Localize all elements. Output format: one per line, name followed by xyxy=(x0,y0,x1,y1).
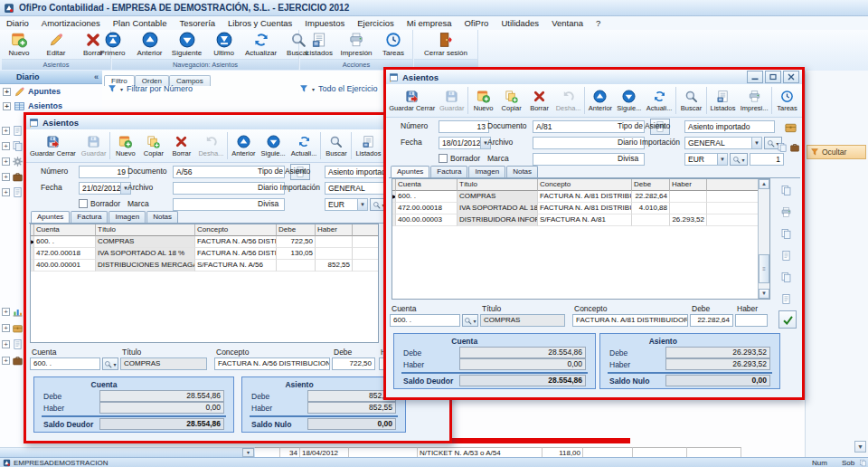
numero-field[interactable]: 19 xyxy=(79,166,129,178)
side-field-icon-2[interactable] xyxy=(789,138,800,155)
toolbar-button-actuali[interactable]: Actuali... xyxy=(644,84,675,117)
menu-item-plan-contable[interactable]: Plan Contable xyxy=(107,17,174,29)
expand-icon[interactable]: + xyxy=(2,308,10,316)
tab-apuntes[interactable]: Apuntes xyxy=(31,211,70,223)
scrollbar-down-arrow[interactable]: ▼ xyxy=(854,441,866,453)
divisa-search-button[interactable]: ▾ xyxy=(730,153,748,166)
divisa-extra-field[interactable]: 1 xyxy=(750,153,784,166)
divisa-field[interactable]: EUR▼ xyxy=(325,198,368,211)
scrollbar-up-arrow[interactable]: ▲ xyxy=(759,179,769,189)
edit-cuenta-field[interactable]: 600. . xyxy=(30,357,100,370)
sidebar-strip-case-icon[interactable]: + xyxy=(2,355,24,367)
divisa-field[interactable]: EUR▼ xyxy=(684,153,728,166)
toolbar-button-listados[interactable]: Listados xyxy=(708,84,738,117)
restore-button[interactable] xyxy=(765,71,781,83)
table-row[interactable]: 400.00.00003DISTRIBUIDORA INFORMATIS/FAC… xyxy=(392,214,758,226)
side-action-print-icon[interactable] xyxy=(780,204,792,220)
tab-notas[interactable]: Notas xyxy=(146,211,178,223)
menu-item-ventana[interactable]: Ventana xyxy=(545,17,590,29)
tipo-asiento-field[interactable]: Asiento importado xyxy=(684,120,775,133)
tab-factura[interactable]: Factura xyxy=(71,211,108,223)
side-action-sheets2-icon[interactable] xyxy=(780,225,792,242)
table-row[interactable]: ▶600. .COMPRASFACTURA N. A/56 DISTRIBUCI… xyxy=(31,236,378,248)
ribbon-button-editar[interactable]: Editar xyxy=(39,31,73,58)
ribbon-button-cerrar-sesi-n[interactable]: Cerrar sesión xyxy=(421,31,470,58)
toolbar-button-anterior[interactable]: Anterior xyxy=(229,129,258,162)
expand-icon[interactable]: + xyxy=(3,88,11,96)
expand-icon[interactable]: + xyxy=(2,157,10,166)
side-action-sheet-icon[interactable] xyxy=(780,291,792,307)
side-action-sheets2-icon[interactable] xyxy=(780,269,792,285)
menu-item-utilidades[interactable]: Utilidades xyxy=(495,17,545,29)
side-action-sheets2-icon[interactable] xyxy=(780,182,792,198)
confirm-apunte-button[interactable] xyxy=(778,310,797,329)
window-titlebar[interactable]: Asientos xyxy=(386,70,802,85)
sidebar-strip-gear-icon[interactable]: + xyxy=(2,156,24,167)
collapse-chevron-icon[interactable]: « xyxy=(94,71,99,83)
table-row[interactable]: 472.00.00018IVA SOPORTADO AL 18 %FACTURA… xyxy=(392,203,758,214)
menu-item-impuestos[interactable]: Impuestos xyxy=(298,17,351,29)
tab-imagen[interactable]: Imagen xyxy=(108,211,146,223)
ribbon-button-impresi-n[interactable]: Impresión xyxy=(339,31,373,58)
ribbon-button-siguiente[interactable]: Siguiente xyxy=(170,31,204,58)
expand-icon[interactable]: + xyxy=(2,188,10,196)
numero-field[interactable]: 13 xyxy=(439,120,489,133)
toolbar-button-nuevo[interactable]: Nuevo xyxy=(111,129,139,162)
expand-icon[interactable]: + xyxy=(2,142,10,150)
toolbar-button-buscar[interactable]: Buscar xyxy=(677,84,705,117)
expand-icon[interactable]: + xyxy=(2,324,10,332)
grid-scrollbar[interactable]: ▲ ≡ ▼ xyxy=(758,179,769,299)
fecha-field[interactable]: 21/02/2012▼ xyxy=(79,182,131,195)
fecha-field[interactable]: 18/01/2012▼ xyxy=(439,137,491,149)
toolbar-button-guardar-cerrar[interactable]: Guardar Cerrar xyxy=(27,129,79,162)
expand-icon[interactable]: + xyxy=(3,102,11,110)
side-field-icon-1[interactable] xyxy=(777,138,788,155)
menu-item-ofipro[interactable]: OfiPro xyxy=(458,17,495,29)
menu-item-diario[interactable]: Diario xyxy=(0,17,35,29)
sidebar-item-asientos[interactable]: +Asientos xyxy=(0,99,102,113)
ribbon-button-nuevo[interactable]: Nuevo xyxy=(2,31,36,58)
apuntes-grid[interactable]: CuentaTítuloConceptoDebeHaber▶600. .COMP… xyxy=(392,178,770,300)
toolbar-button-tareas[interactable]: Tareas xyxy=(773,84,801,117)
tab-factura[interactable]: Factura xyxy=(430,166,467,177)
borrador-checkbox[interactable] xyxy=(79,199,88,208)
menu-item-tesorer-a[interactable]: Tesorería xyxy=(173,17,222,29)
chevron-down-icon[interactable]: ▼ xyxy=(717,154,727,165)
chevron-down-icon[interactable]: ▼ xyxy=(751,138,761,148)
app-titlebar[interactable]: OfiPro Contabilidad - EMPRESA DE DEMOSTR… xyxy=(0,0,868,16)
scrollbar-down-arrow[interactable]: ▼ xyxy=(759,289,769,299)
toolbar-button-copiar[interactable]: Copiar xyxy=(497,84,525,117)
ribbon-button-listados[interactable]: Listados xyxy=(302,31,336,58)
ribbon-button-tareas[interactable]: Tareas xyxy=(376,31,410,58)
ribbon-button-actualizar[interactable]: Actualizar xyxy=(244,31,278,58)
expand-icon[interactable]: + xyxy=(2,357,10,365)
expand-icon[interactable]: + xyxy=(2,173,10,181)
filter-by-number[interactable]: ▾ Filtrar por Número xyxy=(108,84,193,93)
toolbar-button-nuevo[interactable]: Nuevo xyxy=(469,84,497,117)
sidebar-item-apuntes[interactable]: +Apuntes xyxy=(0,84,102,99)
ribbon-button-primero[interactable]: Primero xyxy=(96,31,130,58)
sidebar-strip-chart-icon[interactable]: + xyxy=(2,306,24,318)
cuenta-search-button[interactable]: ▾ xyxy=(462,314,478,327)
toolbar-button-buscar[interactable]: Buscar xyxy=(322,129,350,162)
sidebar-strip-sheet-icon[interactable]: + xyxy=(2,125,24,137)
sidebar-strip-chest-icon[interactable]: + xyxy=(2,322,24,334)
borrador-checkbox[interactable] xyxy=(439,154,448,163)
toolbar-button-borrar[interactable]: Borrar xyxy=(167,129,195,162)
menu-item-ejercicios[interactable]: Ejercicios xyxy=(351,17,401,29)
ocultar-button[interactable]: Ocultar xyxy=(807,145,866,159)
edit-cuenta-field[interactable]: 600. . xyxy=(390,314,460,327)
background-dropdown[interactable]: ▾ xyxy=(242,448,254,457)
toolbar-button-listados[interactable]: Listados xyxy=(353,129,383,162)
menu-item-mi-empresa[interactable]: Mi empresa xyxy=(401,17,458,29)
toolbar-button-siguie[interactable]: Siguie... xyxy=(259,129,288,162)
tab-notas[interactable]: Notas xyxy=(506,166,538,177)
side-field-icon-chest[interactable] xyxy=(784,119,797,135)
edit-concepto-field[interactable]: FACTURA N. A/81 DISTRIBUIDORA INFO xyxy=(572,314,688,327)
menu-item-libros-y-cuentas[interactable]: Libros y Cuentas xyxy=(222,17,298,29)
expand-icon[interactable]: + xyxy=(2,127,10,135)
apuntes-grid[interactable]: CuentaTítuloConceptoDebeHaber▶600. .COMP… xyxy=(30,224,379,343)
sidebar-strip-sheet-icon[interactable]: + xyxy=(2,186,24,198)
ribbon-button-ultimo[interactable]: Ultimo xyxy=(207,31,241,58)
toolbar-button-borrar[interactable]: Borrar xyxy=(525,84,553,117)
